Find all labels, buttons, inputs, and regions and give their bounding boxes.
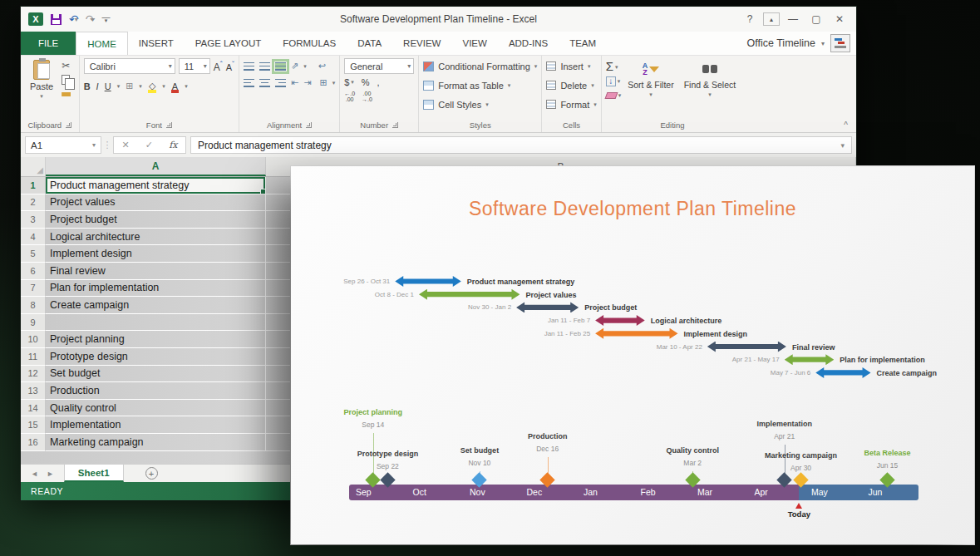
cell-a2[interactable]: Project values: [46, 194, 266, 212]
align-center-button[interactable]: [259, 79, 270, 87]
row-number[interactable]: 1: [21, 177, 46, 194]
autosum-button[interactable]: Σ▾: [606, 61, 622, 72]
row-number[interactable]: 5: [21, 245, 46, 263]
help-button[interactable]: ?: [740, 11, 760, 27]
formula-bar-separator[interactable]: ⋮: [101, 140, 113, 150]
row-number[interactable]: 13: [21, 382, 46, 400]
font-color-button[interactable]: A: [171, 81, 179, 91]
tab-page-layout[interactable]: PAGE LAYOUT: [185, 32, 272, 55]
cell-a5[interactable]: Implement design: [46, 245, 266, 263]
align-bottom-button[interactable]: [275, 62, 286, 71]
collapse-ribbon-button[interactable]: ^: [844, 121, 848, 130]
cell-a6[interactable]: Final review: [46, 263, 266, 280]
row-number[interactable]: 12: [21, 366, 46, 383]
office-timeline-button[interactable]: [830, 34, 850, 52]
close-button[interactable]: ✕: [830, 11, 849, 27]
row-number[interactable]: 3: [21, 211, 46, 229]
formula-input[interactable]: Product management strategy▾: [190, 136, 852, 154]
cell-styles-button[interactable]: Cell Styles▾: [423, 96, 488, 112]
cancel-formula-button[interactable]: ✕: [122, 140, 130, 150]
increase-font-size-button[interactable]: A: [214, 60, 223, 73]
undo-dropdown-icon[interactable]: ▾: [75, 16, 78, 23]
fill-color-button[interactable]: ◇: [148, 81, 156, 91]
excel-logo-icon[interactable]: X: [28, 12, 43, 26]
cell-a14[interactable]: Quality control: [46, 400, 266, 417]
font-dialog-launcher[interactable]: [166, 122, 172, 128]
borders-button[interactable]: ⊞: [126, 81, 133, 91]
new-sheet-button[interactable]: +: [145, 467, 158, 480]
orientation-button[interactable]: ⇗: [291, 61, 298, 71]
font-name-select[interactable]: Calibri▾: [84, 58, 175, 74]
row-number[interactable]: 9: [21, 314, 46, 332]
name-box[interactable]: A1▾: [25, 136, 101, 154]
comma-style-button[interactable]: ,: [377, 77, 380, 87]
sheet-nav-right-icon[interactable]: ►: [47, 470, 54, 478]
underline-button[interactable]: U: [105, 81, 111, 91]
sheet-nav-left-icon[interactable]: ◄: [31, 470, 38, 478]
row-number[interactable]: 14: [21, 400, 46, 417]
align-left-button[interactable]: [244, 79, 254, 87]
cell-a8[interactable]: Create campaign: [46, 297, 266, 314]
cut-button[interactable]: ✂: [62, 61, 75, 71]
formula-bar-expand-icon[interactable]: ▾: [840, 141, 845, 150]
copy-button[interactable]: ▾: [62, 74, 75, 85]
cell-a15[interactable]: Implementation: [46, 416, 266, 434]
enter-formula-button[interactable]: ✓: [145, 140, 153, 150]
cell-a4[interactable]: Logical architecture: [46, 229, 266, 246]
save-icon[interactable]: [51, 14, 62, 25]
ribbon-display-options-button[interactable]: ▴: [763, 12, 780, 26]
cell-a12[interactable]: Set budget: [46, 366, 266, 383]
align-middle-button[interactable]: [259, 62, 270, 71]
select-all-corner[interactable]: ◢: [21, 157, 46, 176]
paste-dropdown-icon[interactable]: ▾: [40, 93, 43, 100]
cell-a11[interactable]: Prototype design: [46, 348, 266, 366]
tab-file[interactable]: FILE: [21, 32, 76, 55]
clear-button[interactable]: ▾: [606, 90, 622, 101]
font-size-select[interactable]: 11▾: [179, 58, 210, 74]
timeline-chart[interactable]: Software Development Plan Timeline SepOc…: [291, 166, 974, 544]
alignment-dialog-launcher[interactable]: [306, 122, 312, 128]
accounting-format-button[interactable]: $: [344, 77, 349, 87]
wrap-text-button[interactable]: ↩: [318, 61, 326, 71]
row-number[interactable]: 11: [21, 348, 46, 366]
number-format-select[interactable]: General▾: [344, 58, 414, 74]
tab-insert[interactable]: INSERT: [128, 32, 185, 55]
row-number[interactable]: 15: [21, 416, 46, 434]
tab-add-ins[interactable]: ADD-INS: [498, 32, 559, 55]
tab-review[interactable]: REVIEW: [392, 32, 451, 55]
number-dialog-launcher[interactable]: [392, 122, 398, 128]
maximize-button[interactable]: ▢: [806, 11, 826, 27]
tab-formulas[interactable]: FORMULAS: [272, 32, 347, 55]
row-number[interactable]: 8: [21, 297, 46, 314]
cell-a16[interactable]: Marketing campaign: [46, 434, 266, 451]
clipboard-dialog-launcher[interactable]: [66, 122, 71, 128]
row-number[interactable]: 2: [21, 194, 46, 212]
underline-dropdown-icon[interactable]: ▾: [117, 83, 121, 90]
align-top-button[interactable]: [244, 62, 254, 71]
merge-center-button[interactable]: ⊞: [319, 77, 327, 88]
insert-cells-button[interactable]: Insert▾: [546, 58, 590, 74]
cell-a9[interactable]: [46, 314, 266, 332]
column-header-a[interactable]: A: [46, 157, 266, 176]
paste-button[interactable]: Paste ▾: [25, 58, 58, 101]
redo-button[interactable]: ↷ ▾: [86, 13, 95, 25]
decrease-decimal-button[interactable]: .00→.0: [362, 91, 372, 102]
cell-a13[interactable]: Production: [46, 382, 266, 400]
undo-button[interactable]: ↶ ▾: [69, 13, 78, 25]
sort-filter-button[interactable]: AZ Sort & Filter ▾: [624, 58, 677, 100]
bold-button[interactable]: B: [84, 81, 91, 91]
tab-office-timeline[interactable]: Office Timeline: [747, 37, 815, 49]
row-number[interactable]: 6: [21, 263, 46, 280]
row-number[interactable]: 16: [21, 434, 46, 451]
format-as-table-button[interactable]: Format as Table▾: [423, 77, 510, 93]
align-right-button[interactable]: [275, 79, 286, 87]
decrease-font-size-button[interactable]: A: [226, 60, 234, 72]
increase-indent-button[interactable]: ⇥: [303, 77, 311, 88]
row-number[interactable]: 4: [21, 229, 46, 246]
tab-view[interactable]: VIEW: [451, 32, 497, 55]
row-number[interactable]: 7: [21, 280, 46, 298]
delete-cells-button[interactable]: Delete▾: [546, 77, 593, 93]
redo-dropdown-icon[interactable]: ▾: [91, 16, 94, 23]
minimize-button[interactable]: —: [783, 11, 803, 27]
conditional-formatting-button[interactable]: Conditional Formatting▾: [423, 58, 537, 74]
